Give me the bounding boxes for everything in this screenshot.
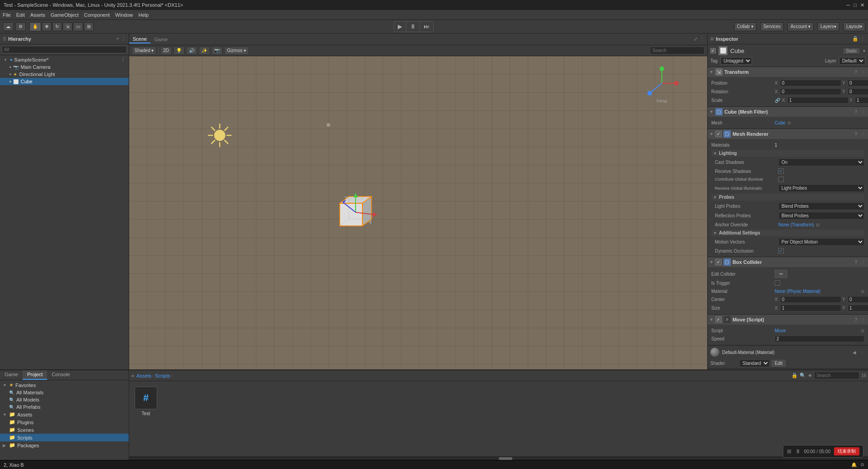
mesh-renderer-header[interactable]: ▼ ✓ ⬡ Mesh Renderer ? ⋮: [708, 129, 868, 139]
move-tool[interactable]: ✥: [42, 22, 52, 31]
fx-btn[interactable]: ✨: [199, 47, 210, 55]
mesh-filter-info-btn[interactable]: ?: [854, 109, 858, 115]
hierarchy-item-samplescene[interactable]: ▼ ● SampleScene* ⋮: [0, 56, 129, 63]
services-btn[interactable]: Services: [760, 22, 784, 31]
material-options-btn[interactable]: ⋮: [859, 349, 865, 355]
dynamic-occlusion-checkbox[interactable]: ✓: [778, 248, 784, 254]
account-btn[interactable]: ☁: [3, 22, 14, 31]
pos-y-input[interactable]: [848, 80, 868, 86]
script-select-icon[interactable]: ⊙: [861, 328, 864, 333]
console-tab-bottom[interactable]: Console: [47, 370, 74, 380]
center-x-input[interactable]: [780, 296, 841, 303]
notification-icon[interactable]: 🔔: [851, 462, 857, 467]
center-y-input[interactable]: [848, 296, 868, 303]
rotate-tool[interactable]: ↻: [52, 22, 62, 31]
game-tab-bottom[interactable]: Game: [0, 370, 23, 380]
speed-input[interactable]: [775, 335, 864, 342]
menu-window[interactable]: Window: [115, 12, 133, 18]
transform-header[interactable]: ▼ ⇲ Transform ? ⋮: [708, 67, 868, 77]
mesh-filter-header[interactable]: ▼ ⬡ Cube (Mesh Filter) ? ⋮: [708, 107, 868, 117]
mesh-renderer-enable-checkbox[interactable]: ✓: [715, 131, 722, 137]
all-models-item[interactable]: 🔍 All Models: [0, 396, 129, 403]
search-icon-asset[interactable]: 🔍: [800, 373, 806, 378]
size-x-input[interactable]: [780, 305, 841, 311]
menu-gameobject[interactable]: GameObject: [51, 12, 79, 18]
lighting-btn[interactable]: 💡: [174, 47, 184, 55]
add-asset-btn[interactable]: +: [131, 372, 135, 379]
box-collider-header[interactable]: ▼ ✓ ⬡ Box Collider ? ⋮: [708, 257, 868, 267]
scene-options[interactable]: ⋮: [121, 57, 125, 62]
move-script-enable-checkbox[interactable]: ✓: [715, 316, 722, 323]
receive-gi-select[interactable]: Light Probes: [778, 184, 864, 192]
asset-search-input[interactable]: [814, 372, 859, 379]
mesh-value[interactable]: Cube: [775, 120, 786, 125]
all-prefabs-item[interactable]: 🔍 All Prefabs: [0, 403, 129, 411]
shader-edit-btn[interactable]: Edit: [772, 360, 786, 367]
box-collider-options-btn[interactable]: ⋮: [860, 259, 866, 265]
scene-maximize-icon[interactable]: ⤢: [694, 36, 698, 42]
menu-file[interactable]: File: [3, 12, 11, 18]
static-dropdown[interactable]: ▾: [863, 48, 865, 53]
pause-button[interactable]: ⏸: [406, 22, 420, 32]
gizmos-btn[interactable]: Gizmos ▾: [224, 47, 249, 55]
menu-help[interactable]: Help: [138, 12, 149, 18]
hierarchy-item-cube[interactable]: ● ⬜ Cube: [0, 78, 129, 85]
inspector-lock-icon[interactable]: 🔒: [852, 36, 858, 42]
material-select-icon[interactable]: ⊙: [861, 289, 864, 294]
move-script-info-btn[interactable]: ?: [854, 317, 858, 323]
project-tab-bottom[interactable]: Project: [23, 370, 47, 380]
object-active-checkbox[interactable]: ✓: [710, 48, 716, 53]
menu-component[interactable]: Component: [84, 12, 110, 18]
mesh-select-icon[interactable]: ⊙: [787, 120, 791, 125]
shader-select[interactable]: Standard: [739, 359, 770, 367]
scene-options-icon[interactable]: ⋮: [699, 36, 704, 42]
layers-dropdown[interactable]: Layers ▾: [817, 22, 839, 31]
maximize-btn[interactable]: □: [854, 2, 857, 8]
hierarchy-options-icon[interactable]: ⋮: [121, 36, 126, 42]
transform-info-btn[interactable]: ?: [854, 69, 858, 75]
play-button[interactable]: ▶: [394, 22, 406, 32]
move-script-options-btn[interactable]: ⋮: [860, 317, 866, 323]
hierarchy-item-directional-light[interactable]: ● ☀ Directional Light: [0, 71, 129, 78]
cube-object[interactable]: [328, 187, 383, 242]
transform-options-btn[interactable]: ⋮: [860, 69, 866, 75]
2d-toggle[interactable]: 2D: [160, 47, 172, 55]
breadcrumb-assets[interactable]: Assets: [136, 373, 151, 378]
object-name[interactable]: Cube: [730, 48, 840, 54]
edit-collider-btn[interactable]: ✏: [775, 270, 787, 278]
move-script-header[interactable]: ▼ ✓ # Move (Script) ? ⋮: [708, 315, 868, 325]
plugins-item[interactable]: 📁 Plugins: [0, 418, 129, 426]
scale-tool[interactable]: ⇲: [63, 22, 72, 31]
additional-settings-header[interactable]: ▼ Additional Settings: [711, 230, 864, 236]
mesh-renderer-info-btn[interactable]: ?: [854, 131, 858, 137]
receive-shadows-checkbox[interactable]: ✓: [778, 168, 784, 174]
scenes-item[interactable]: 📁 Scenes: [0, 426, 129, 434]
hierarchy-search-input[interactable]: [2, 46, 127, 53]
scene-tab[interactable]: Scene: [129, 35, 150, 43]
assets-folder-item[interactable]: ▼ 📁 Assets: [0, 411, 129, 418]
scale-y-input[interactable]: [855, 97, 868, 104]
lighting-subsection-header[interactable]: ▼ Lighting: [711, 150, 864, 157]
rect-tool[interactable]: ▭: [73, 22, 83, 31]
probes-subsection-header[interactable]: ▼ Probes: [711, 194, 864, 201]
scene-cam-btn[interactable]: 📷: [212, 47, 222, 55]
motion-vectors-select[interactable]: Per Object Motion: [778, 238, 864, 246]
minimize-btn[interactable]: ─: [847, 2, 850, 8]
stop-recording-btn[interactable]: 结束录制: [834, 447, 859, 455]
mesh-filter-options-btn[interactable]: ⋮: [860, 109, 866, 115]
box-collider-enable-checkbox[interactable]: ✓: [715, 259, 722, 265]
mesh-renderer-options-btn[interactable]: ⋮: [860, 131, 866, 137]
cloud-btn[interactable]: ⚙: [15, 22, 26, 31]
scripts-item[interactable]: 📁 Scripts: [0, 434, 129, 441]
asset-scrollbar[interactable]: [129, 456, 868, 460]
transform-tool[interactable]: ⊞: [84, 22, 94, 31]
audio-btn[interactable]: 🔊: [186, 47, 197, 55]
layout-dropdown[interactable]: Layout ▾: [843, 22, 865, 31]
scale-x-input[interactable]: [787, 97, 849, 104]
pos-x-input[interactable]: [780, 80, 841, 86]
hand-tool[interactable]: ✋: [29, 22, 41, 31]
static-button[interactable]: Static: [843, 48, 860, 54]
breadcrumb-scripts[interactable]: Scripts: [155, 373, 170, 378]
packages-item[interactable]: ▶ 📁 Packages: [0, 441, 129, 449]
lock-icon[interactable]: 🔒: [791, 373, 798, 378]
